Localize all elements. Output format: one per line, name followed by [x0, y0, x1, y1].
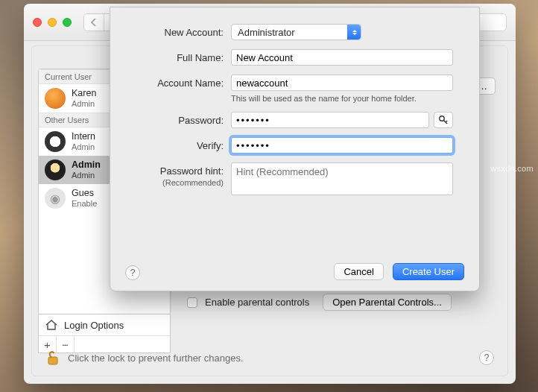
password-assistant-button[interactable] [434, 112, 453, 128]
svg-point-15 [440, 116, 444, 121]
label-hint: Password hint: (Recommended) [128, 162, 231, 188]
lock-row: Click the lock to prevent further change… [38, 340, 501, 371]
label-password: Password: [128, 112, 231, 126]
user-name: Gues [72, 189, 97, 199]
verify-input[interactable] [231, 137, 453, 154]
label-new-account: New Account: [128, 24, 231, 38]
zoom-icon[interactable] [63, 18, 72, 27]
open-parental-button[interactable]: Open Parental Controls... [323, 294, 452, 311]
new-user-sheet: New Account: Administrator Full Name: Ac… [110, 7, 480, 291]
user-name: Intern [72, 132, 95, 142]
preferences-window: Users & Groups Current User Karen Admin … [24, 4, 516, 384]
sheet-help-button[interactable]: ? [125, 265, 140, 280]
user-role: Admin [72, 171, 101, 180]
avatar [45, 159, 66, 180]
full-name-input[interactable] [231, 49, 453, 66]
avatar [45, 88, 66, 109]
cancel-button[interactable]: Cancel [334, 263, 383, 280]
window-controls [33, 18, 72, 27]
create-user-button[interactable]: Create User [393, 263, 464, 280]
help-button[interactable]: ? [479, 350, 494, 365]
watermark: wsxdn.com [490, 164, 534, 173]
password-input[interactable] [231, 112, 429, 128]
lock-text: Click the lock to prevent further change… [68, 353, 244, 364]
parental-controls-row: Enable parental controls Open Parental C… [187, 294, 452, 311]
hint-input[interactable] [231, 162, 453, 195]
label-full-name: Full Name: [128, 49, 231, 63]
svg-rect-14 [48, 357, 57, 364]
user-name: Admin [72, 160, 101, 171]
back-button[interactable] [84, 14, 104, 31]
login-options-label: Login Options [64, 320, 124, 331]
user-role: Admin [72, 99, 96, 108]
minimize-icon[interactable] [48, 18, 57, 27]
account-type-popup[interactable]: Administrator [231, 24, 361, 40]
label-account-name: Account Name: [128, 75, 231, 89]
account-name-input[interactable] [231, 75, 453, 91]
lock-icon[interactable] [45, 349, 60, 367]
login-options-row[interactable]: Login Options [39, 314, 170, 336]
user-role: Enable [72, 199, 97, 208]
chevron-updown-icon [347, 25, 361, 39]
home-icon [45, 319, 58, 331]
user-name: Karen [72, 89, 96, 99]
avatar [45, 131, 66, 152]
user-role: Admin [72, 142, 95, 151]
parental-checkbox[interactable] [187, 297, 197, 308]
key-icon [438, 115, 449, 125]
home-folder-hint: This will be used as the name for your h… [231, 94, 461, 103]
avatar: ◉ [45, 188, 66, 209]
parental-label: Enable parental controls [205, 297, 309, 308]
account-type-value: Administrator [238, 27, 295, 38]
close-icon[interactable] [33, 18, 42, 27]
label-verify: Verify: [128, 137, 231, 151]
